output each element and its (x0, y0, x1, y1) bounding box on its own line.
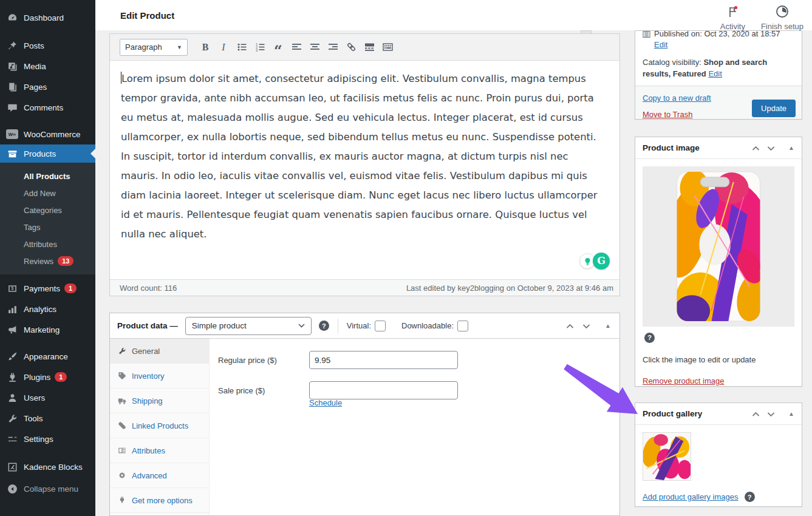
activity-button[interactable]: Activity (720, 0, 745, 31)
published-on-text: Published on: Oct 23, 2020 at 18:57 Edit (654, 31, 794, 50)
tab-label: Attributes (132, 446, 165, 455)
tab-attributes[interactable]: Attributes (110, 438, 209, 463)
editor-content-area[interactable]: Lorem ipsum dolor sit amet, consectetur … (110, 61, 619, 279)
move-down-icon[interactable] (767, 409, 775, 419)
tab-label: Linked Products (132, 421, 188, 430)
finish-setup-button[interactable]: Finish setup (761, 0, 803, 31)
sidebar-item-comments[interactable]: Comments (0, 97, 95, 118)
submenu-item-categories[interactable]: Categories (0, 202, 95, 219)
remove-product-image-link[interactable]: Remove product image (643, 376, 724, 385)
sidebar-item-payments[interactable]: Payments 1 (0, 278, 95, 299)
submenu-item-add-new[interactable]: Add New (0, 185, 95, 202)
collapse-panel-icon[interactable]: ▲ (788, 144, 794, 151)
move-to-trash-link[interactable]: Move to Trash (643, 110, 692, 119)
submenu-item-reviews[interactable]: Reviews13 (0, 253, 95, 270)
tab-general[interactable]: General (110, 339, 209, 364)
paragraph-format-select[interactable]: Paragraph ▼ (120, 39, 188, 56)
virtual-checkbox[interactable] (375, 321, 386, 331)
product-image-help-icon[interactable]: ? (644, 333, 655, 343)
align-right-button[interactable] (324, 39, 342, 56)
tab-label: Shipping (132, 396, 163, 406)
sidebar-item-label: Dashboard (24, 13, 64, 22)
header-actions: Activity Finish setup (720, 0, 803, 31)
numbered-list-button[interactable]: 123 (251, 39, 269, 56)
payments-count-badge: 1 (64, 283, 77, 293)
update-button[interactable]: Update (752, 100, 796, 117)
tab-get-more-options[interactable]: Get more options (110, 488, 209, 513)
tab-inventory[interactable]: Inventory (110, 364, 209, 389)
sidebar-item-marketing[interactable]: Marketing (0, 319, 95, 340)
panel-controls: ▲ (566, 321, 611, 331)
sliders-icon (6, 433, 18, 445)
downloadable-checkbox[interactable] (457, 321, 468, 331)
publish-actions-section: Copy to a new draft Move to Trash Update (635, 86, 802, 120)
sidebar-item-label: Pages (24, 83, 47, 92)
grammarly-widget[interactable]: G (579, 253, 610, 270)
tab-linked-products[interactable]: Linked Products (110, 413, 209, 438)
blockquote-button[interactable]: “ (269, 39, 287, 56)
tab-advanced[interactable]: Advanced (110, 463, 209, 488)
submenu-item-attributes[interactable]: Attributes (0, 236, 95, 253)
collapse-menu-label: Collapse menu (24, 484, 78, 494)
sidebar-item-tools[interactable]: Tools (0, 408, 95, 429)
edit-catalog-link[interactable]: Edit (708, 69, 722, 78)
move-up-icon[interactable] (752, 143, 760, 154)
toolbar-toggle-button[interactable] (378, 39, 397, 56)
move-down-icon[interactable] (767, 143, 775, 154)
copy-to-draft-link[interactable]: Copy to a new draft (643, 93, 711, 103)
link-button[interactable] (342, 39, 360, 56)
bold-button[interactable]: B (196, 39, 214, 56)
move-down-icon[interactable] (582, 321, 590, 331)
grammarly-logo-icon[interactable]: G (593, 253, 610, 270)
product-data-title: Product data — (117, 321, 178, 330)
products-submenu: All Products Add New Categories Tags Att… (0, 163, 95, 274)
regular-price-input[interactable] (309, 351, 458, 369)
product-image-thumbnail[interactable] (643, 166, 794, 327)
italic-button[interactable]: I (214, 39, 233, 56)
sidebar-item-plugins[interactable]: Plugins 1 (0, 367, 95, 387)
submenu-item-tags[interactable]: Tags (0, 219, 95, 236)
product-image-header[interactable]: Product image ▲ (635, 137, 802, 159)
product-gallery-header[interactable]: Product gallery ▲ (635, 403, 802, 425)
collapse-menu-button[interactable]: Collapse menu (0, 478, 95, 499)
sidebar-item-label: Users (24, 393, 45, 402)
align-left-button[interactable] (287, 39, 305, 56)
move-up-icon[interactable] (566, 321, 574, 331)
collapse-panel-icon[interactable]: ▲ (788, 410, 794, 417)
dashboard-icon (6, 12, 18, 24)
tab-shipping[interactable]: Shipping (110, 389, 209, 413)
pages-icon (6, 81, 18, 93)
product-type-select[interactable]: Simple product (185, 317, 312, 335)
edit-published-link[interactable]: Edit (654, 40, 667, 49)
gallery-thumbnail[interactable] (643, 432, 691, 481)
sidebar-item-woocommerce[interactable]: W∞ WooCommerce (0, 124, 95, 144)
submenu-item-all-products[interactable]: All Products (0, 168, 95, 185)
sidebar-item-dashboard[interactable]: Dashboard (0, 7, 95, 28)
sidebar-item-users[interactable]: Users (0, 387, 95, 408)
collapse-panel-icon[interactable]: ▲ (605, 322, 611, 329)
sidebar-item-pages[interactable]: Pages (0, 76, 95, 97)
product-type-help-icon[interactable]: ? (319, 321, 329, 331)
comment-icon (6, 101, 18, 114)
read-more-button[interactable] (360, 39, 378, 56)
sidebar-item-products[interactable]: Products (0, 144, 95, 163)
sidebar-item-analytics[interactable]: Analytics (0, 299, 95, 319)
sidebar-item-appearance[interactable]: Appearance (0, 346, 95, 367)
product-image-hint: Click the image to edit or update (643, 355, 794, 364)
gallery-help-icon[interactable]: ? (745, 492, 755, 502)
sidebar-item-posts[interactable]: Posts (0, 35, 95, 56)
align-center-button[interactable] (305, 39, 324, 56)
sidebar-item-media[interactable]: Media (0, 56, 95, 76)
product-image-title: Product image (643, 143, 700, 152)
add-gallery-images-link[interactable]: Add product gallery images (643, 492, 739, 501)
sidebar-item-label: Media (24, 62, 46, 71)
bullet-list-button[interactable] (233, 39, 251, 56)
activity-label: Activity (720, 22, 745, 31)
sidebar-item-settings[interactable]: Settings (0, 429, 95, 449)
schedule-link[interactable]: Schedule (309, 398, 342, 407)
panel-controls: ▲ (752, 409, 794, 419)
plug-icon (6, 371, 18, 383)
sidebar-item-kadence-blocks[interactable]: Kadence Blocks (0, 457, 95, 477)
phone-case-image (676, 171, 761, 322)
move-up-icon[interactable] (752, 409, 760, 419)
